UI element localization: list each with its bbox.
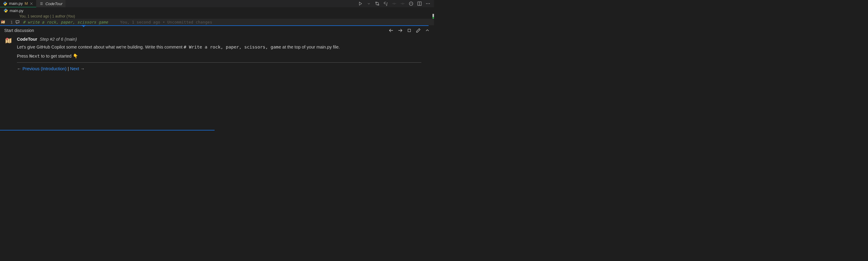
tour-press-code: Next [29, 54, 40, 59]
tour-divider [17, 62, 421, 63]
tour-map-icon [4, 36, 13, 72]
discussion-title: Start discussion [4, 28, 34, 33]
tab-label: CodeTour [45, 1, 62, 6]
commit-prev-icon[interactable] [392, 1, 397, 6]
tour-step-label: Step #2 of 6 (main) [39, 37, 77, 42]
arrow-right-icon[interactable] [398, 28, 403, 33]
copilot-icon[interactable] [409, 1, 413, 6]
tour-body: CodeTour Step #2 of 6 (main) Let's give … [0, 35, 434, 72]
svg-point-11 [429, 3, 430, 4]
svg-point-4 [402, 3, 403, 4]
revert-icon[interactable] [383, 1, 388, 6]
svg-point-2 [387, 3, 388, 3]
minimap-marker[interactable] [433, 14, 434, 17]
tour-name: CodeTour [17, 37, 37, 42]
chevron-up-icon[interactable] [425, 28, 430, 33]
tab-filename: main.py [9, 1, 23, 6]
editor-actions [358, 1, 434, 6]
svg-point-7 [412, 3, 412, 4]
tour-anchor-divider [0, 25, 429, 26]
nav-prev-arrow: ← [17, 66, 22, 71]
tour-next-link[interactable]: Next [70, 66, 79, 71]
stop-icon[interactable] [407, 28, 412, 33]
nav-next-arrow: → [80, 66, 85, 71]
tour-paragraph-2: Press Next to to get started 👇 [17, 53, 421, 60]
svg-point-12 [1, 21, 3, 22]
svg-point-3 [394, 3, 395, 4]
tour-prev-link[interactable]: Previous (Introduction) [23, 66, 67, 71]
tour-body-text-2: at the top of your main.py file. [282, 45, 340, 49]
svg-point-10 [428, 3, 428, 4]
discussion-actions [389, 28, 430, 33]
chevron-down-icon[interactable] [366, 1, 371, 6]
svg-point-9 [426, 3, 427, 4]
split-editor-icon[interactable] [417, 1, 422, 6]
python-icon [3, 1, 7, 6]
svg-point-1 [378, 4, 379, 5]
svg-point-14 [7, 38, 7, 39]
comment-icon[interactable] [14, 20, 21, 24]
more-icon[interactable] [426, 1, 430, 6]
git-compare-icon[interactable] [375, 1, 380, 6]
bottom-divider [0, 130, 215, 130]
tour-body-text-1: Let's give GitHub Copilot some context a… [17, 45, 184, 49]
svg-rect-13 [408, 29, 411, 32]
code-comment-text: # write a rock, paper, scissors game [23, 20, 108, 25]
line-number: 1 [6, 20, 14, 25]
tour-paragraph-1: Let's give GitHub Copilot some context a… [17, 44, 421, 51]
tab-main-py[interactable]: main.py M [0, 0, 36, 7]
caret-down-icon [82, 25, 86, 27]
run-icon[interactable] [358, 1, 363, 6]
breadcrumb[interactable]: main.py [0, 7, 434, 14]
tour-press-prefix: Press [17, 54, 29, 59]
minimap-change-marker[interactable] [433, 17, 434, 19]
svg-point-0 [375, 2, 376, 3]
arrow-left-icon[interactable] [389, 28, 394, 33]
gitlens-annotation[interactable]: You, 1 second ago | 1 author (You) [0, 14, 434, 19]
close-icon[interactable] [30, 2, 33, 5]
breadcrumb-filename: main.py [10, 8, 24, 13]
tour-content: CodeTour Step #2 of 6 (main) Let's give … [17, 36, 430, 72]
edit-icon[interactable] [416, 28, 421, 33]
list-icon [39, 1, 43, 6]
code-line[interactable]: 1 # write a rock, paper, scissors game Y… [0, 19, 434, 25]
tour-heading: CodeTour Step #2 of 6 (main) [17, 36, 421, 43]
inline-git-blame: You, 1 second ago • Uncommitted changes [120, 20, 212, 25]
svg-point-6 [410, 3, 411, 4]
commit-next-icon[interactable] [400, 1, 405, 6]
map-tour-icon[interactable] [0, 20, 6, 25]
tab-codetour[interactable]: CodeTour [36, 0, 65, 7]
tour-body-code: # Write a rock, paper, scissors, game [184, 45, 281, 49]
tour-press-suffix: to to get started 👇 [41, 54, 78, 59]
python-icon [4, 8, 8, 13]
discussion-header: Start discussion [0, 26, 434, 35]
tab-modified-indicator: M [25, 1, 28, 6]
tab-bar: main.py M CodeTour [0, 0, 434, 7]
tour-nav: ← Previous (Introduction) | Next → [17, 66, 421, 72]
